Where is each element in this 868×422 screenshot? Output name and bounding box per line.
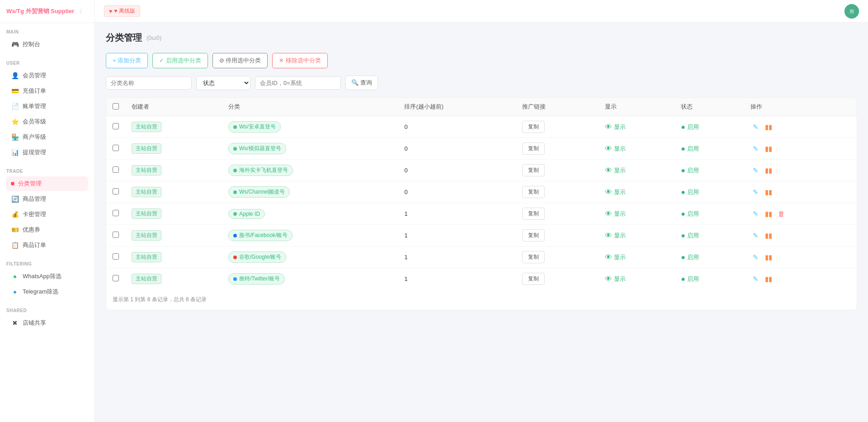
sidebar-item-label: 商户等级 (23, 133, 46, 141)
row-checkbox[interactable] (113, 232, 119, 238)
sort-value: 0 (398, 116, 516, 138)
collapse-icon[interactable]: 《 (77, 8, 82, 15)
edit-button[interactable]: ✎ (750, 252, 761, 263)
delete-button[interactable]: ▮▮ (763, 122, 774, 133)
status-select[interactable]: 状态 启用 停用 (196, 76, 250, 90)
remove-selected-button[interactable]: ✕ 移除选中分类 (272, 53, 328, 68)
data-table: 创建者 分类 排序(越小越前) 推广链接 显示 状态 操作 主站自营 Ws/安卓… (106, 97, 857, 310)
action-cell: ✎ ▮▮ 🗑 (744, 203, 857, 225)
trash-button[interactable]: 🗑 (776, 209, 787, 219)
edit-button[interactable]: ✎ (750, 122, 761, 133)
copy-promo-button[interactable]: 复制 (522, 229, 545, 242)
toolbar: + 添加分类 ✓ 启用选中分类 ⊘ 停用选中分类 ✕ 移除选中分类 (106, 53, 857, 68)
sidebar-item-card[interactable]: 💰 卡密管理 (6, 207, 88, 222)
col-sort: 排序(越小越前) (398, 98, 516, 116)
member-id-input[interactable] (255, 76, 341, 90)
row-checkbox[interactable] (113, 210, 119, 216)
sidebar-item-bill[interactable]: 📄 账单管理 (6, 99, 88, 114)
copy-promo-button[interactable]: 复制 (522, 186, 545, 198)
sidebar-item-product[interactable]: 🔄 商品管理 (6, 192, 88, 206)
edit-button[interactable]: ✎ (750, 187, 761, 198)
show-status: 👁 显示 (605, 232, 626, 240)
sort-value: 0 (398, 160, 516, 181)
sidebar-item-shop-share[interactable]: ✖ 店铺共享 (6, 316, 88, 330)
category-label: Ws/安卓直登号 (239, 123, 276, 131)
creator-tag: 主站自营 (132, 209, 161, 219)
action-cell: ✎ ▮▮ (744, 138, 857, 160)
sidebar-item-telegram[interactable]: ● Telegram筛选 (6, 284, 88, 299)
copy-promo-button[interactable]: 复制 (522, 251, 545, 263)
table-row: 主站自营 Ws/模拟器直登号 0 复制 👁 显示 ● 启用 ✎ ▮▮ (106, 138, 857, 160)
merchant-icon: 🏪 (11, 133, 19, 141)
delete-button[interactable]: ▮▮ (763, 143, 774, 154)
sidebar-item-label: 会员管理 (23, 71, 46, 80)
dashboard-icon: 🎮 (11, 41, 19, 48)
withdrawal-icon: 📊 (11, 149, 19, 156)
sidebar-item-withdrawal[interactable]: 📊 提现管理 (6, 145, 88, 160)
order-icon: 📋 (11, 242, 19, 249)
category-label: 海外实卡飞机直登号 (239, 166, 288, 174)
avatar[interactable]: 用 (844, 4, 859, 19)
page-title: 分类管理 (106, 32, 142, 44)
sidebar-item-member[interactable]: 👤 会员管理 (6, 68, 88, 83)
category-name-input[interactable] (106, 76, 192, 90)
heart-icon: ♥ (109, 8, 112, 14)
page-title-row: 分类管理 (0ω0) (106, 32, 857, 44)
table-row: 主站自营 推特/Twitter/账号 1 复制 👁 显示 ● 启用 ✎ ▮▮ (106, 268, 857, 290)
select-all-checkbox[interactable] (113, 103, 119, 109)
edit-button[interactable]: ✎ (750, 143, 761, 154)
category-dot-icon (233, 234, 237, 237)
sidebar-item-label: 分类管理 (18, 180, 42, 188)
edit-button[interactable]: ✎ (750, 209, 761, 219)
delete-button[interactable]: ▮▮ (763, 252, 774, 263)
edit-button[interactable]: ✎ (750, 230, 761, 241)
sidebar-item-dashboard[interactable]: 🎮 控制台 (6, 37, 88, 52)
category-badge: Ws/模拟器直登号 (228, 143, 286, 154)
sidebar-item-label: WhatsApp筛选 (23, 272, 61, 280)
row-checkbox[interactable] (113, 145, 119, 151)
table-row: 主站自营 Apple ID 1 复制 👁 显示 ● 启用 ✎ ▮▮ 🗑 (106, 203, 857, 225)
sidebar-item-label: Telegram筛选 (23, 288, 58, 296)
category-dot-icon (233, 125, 237, 129)
delete-button[interactable]: ▮▮ (763, 165, 774, 176)
table-row: 主站自营 Ws/Channel频道号 0 复制 👁 显示 ● 启用 ✎ ▮▮ (106, 181, 857, 203)
copy-promo-button[interactable]: 复制 (522, 121, 545, 133)
sidebar-item-recharge[interactable]: 💳 充值订单 (6, 84, 88, 98)
edit-button[interactable]: ✎ (750, 274, 761, 284)
show-status: 👁 显示 (605, 166, 626, 175)
row-checkbox[interactable] (113, 275, 119, 281)
category-badge: 谷歌/Google/账号 (228, 251, 286, 263)
edit-button[interactable]: ✎ (750, 165, 761, 176)
category-label: 脸书/Facebook/账号 (239, 232, 288, 239)
row-checkbox[interactable] (113, 188, 119, 194)
row-checkbox[interactable] (113, 253, 119, 260)
copy-promo-button[interactable]: 复制 (522, 273, 545, 285)
sidebar-item-whatsapp[interactable]: ● WhatsApp筛选 (6, 269, 88, 284)
delete-button[interactable]: ▮▮ (763, 230, 774, 241)
category-badge: Ws/安卓直登号 (228, 121, 281, 133)
sidebar-item-category[interactable]: 分类管理 (6, 176, 88, 191)
delete-button[interactable]: ▮▮ (763, 209, 774, 219)
copy-promo-button[interactable]: 复制 (522, 164, 545, 176)
row-checkbox[interactable] (113, 166, 119, 173)
enable-selected-button[interactable]: ✓ 启用选中分类 (152, 53, 208, 68)
add-category-button[interactable]: + 添加分类 (106, 53, 148, 68)
section-label-main: MAIN (6, 29, 88, 34)
show-status: 👁 显示 (605, 145, 626, 153)
category-dot-icon (233, 190, 237, 194)
sidebar-item-order[interactable]: 📋 商品订单 (6, 238, 88, 252)
sidebar-item-coupon[interactable]: 🎫 优惠券 (6, 223, 88, 237)
category-dot-icon (233, 256, 237, 259)
sidebar-item-merchant-level[interactable]: 🏪 商户等级 (6, 130, 88, 144)
delete-button[interactable]: ▮▮ (763, 187, 774, 198)
show-status: 👁 显示 (605, 275, 626, 283)
enable-status: ● 启用 (681, 166, 699, 175)
row-checkbox[interactable] (113, 123, 119, 129)
copy-promo-button[interactable]: 复制 (522, 208, 545, 220)
delete-button[interactable]: ▮▮ (763, 274, 774, 284)
creator-tag: 主站自营 (132, 165, 161, 175)
copy-promo-button[interactable]: 复制 (522, 142, 545, 155)
disable-selected-button[interactable]: ⊘ 停用选中分类 (212, 53, 268, 68)
sidebar-item-member-level[interactable]: ⭐ 会员等级 (6, 114, 88, 129)
search-button[interactable]: 🔍 查询 (345, 76, 378, 90)
